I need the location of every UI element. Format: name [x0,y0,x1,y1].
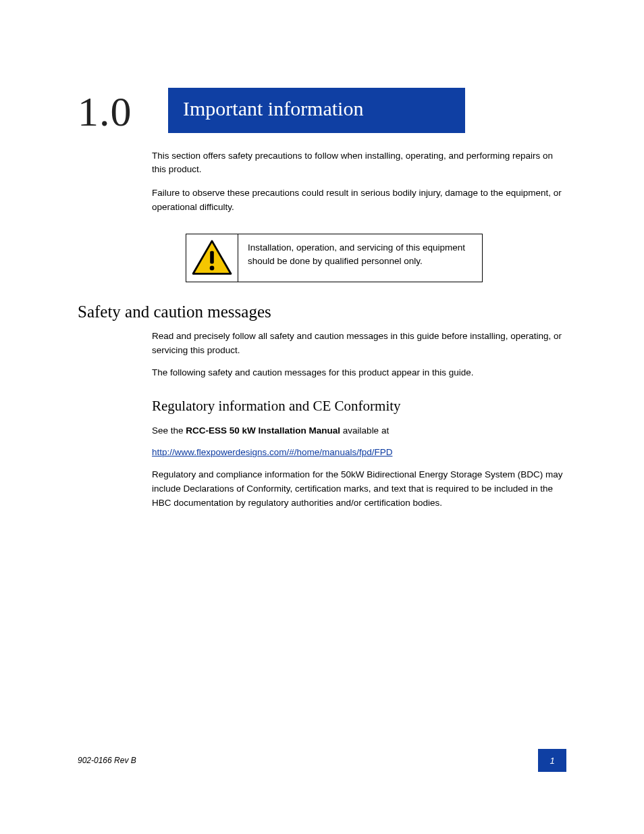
section-heading-safety: Safety and caution messages [78,303,566,321]
page-footer: 902-0166 Rev B 1 [78,749,566,772]
subsection-paragraph-2: Regulatory and compliance information fo… [152,468,566,511]
section-paragraph-2: The following safety and caution message… [152,366,566,380]
manual-link[interactable]: http://www.flexpowerdesigns.com/#/home/m… [152,447,392,457]
intro-paragraph-2: Failure to observe these precautions cou… [152,186,566,215]
ref-manual-title: RCC-ESS 50 kW Installation Manual [186,425,340,436]
subsection-regulatory: Regulatory information and CE Conformity… [78,395,566,511]
ref-suffix: available at [340,425,389,436]
caution-icon-cell [186,234,238,282]
chapter-header: 1.0 Important information [78,88,566,133]
footer-page-number: 1 [538,749,566,772]
subsection-heading-regulatory: Regulatory information and CE Conformity [152,395,566,417]
section-safety: Safety and caution messages Read and pre… [78,303,566,380]
section-paragraph-1: Read and precisely follow all safety and… [152,330,566,358]
footer-doc-id: 902-0166 Rev B [78,756,136,765]
warning-triangle-icon [192,240,232,276]
ref-prefix: See the [152,425,186,436]
svg-point-2 [210,266,215,271]
subsection-reference-line: See the RCC-ESS 50 kW Installation Manua… [152,424,566,438]
chapter-title-bar: Important information [168,88,465,133]
svg-rect-1 [210,251,214,264]
document-page: 1.0 Important information This section o… [0,0,644,834]
section-body: Read and precisely follow all safety and… [152,330,566,380]
caution-callout: Installation, operation, and servicing o… [186,234,483,282]
intro-paragraph-1: This section offers safety precautions t… [152,149,566,178]
caution-text: Installation, operation, and servicing o… [238,234,482,282]
intro-text: This section offers safety precautions t… [152,149,566,215]
chapter-number: 1.0 [78,88,152,132]
